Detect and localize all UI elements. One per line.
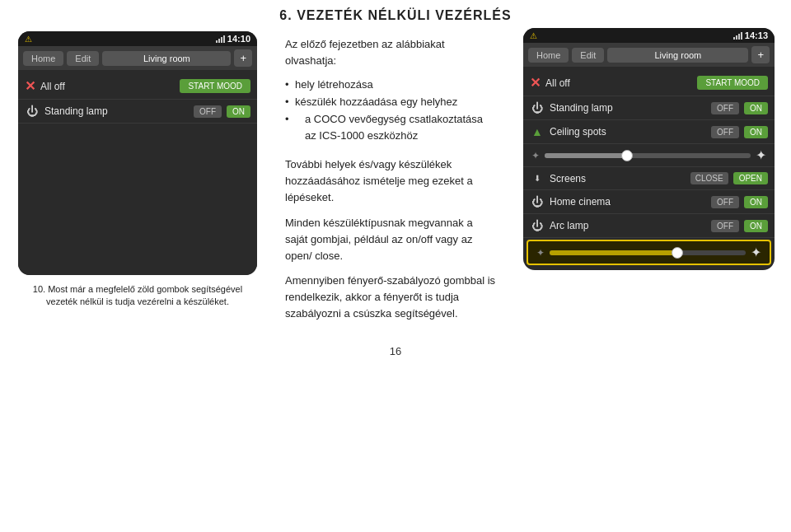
left-all-off-label: All off: [40, 81, 175, 92]
ceiling-slider-icon-left: ✦: [531, 150, 540, 161]
left-standing-lamp-row: ⏻ Standing lamp OFF ON: [18, 100, 257, 124]
left-standing-on-button[interactable]: ON: [227, 105, 250, 118]
left-standing-lamp-icon: ⏻: [25, 105, 40, 118]
right-ceiling-spots-row: ▲ Ceiling spots OFF ON: [523, 120, 775, 144]
right-room-label: Living room: [607, 48, 748, 63]
left-mood-x-icon: ✕: [25, 78, 35, 94]
left-home-button[interactable]: Home: [23, 51, 63, 66]
arc-lamp-icon: ⏻: [530, 219, 545, 232]
left-plus-button[interactable]: +: [234, 49, 252, 67]
right-edit-button[interactable]: Edit: [572, 48, 604, 63]
arc-slider-fill: [550, 250, 677, 255]
ceiling-spots-off-button[interactable]: OFF: [711, 126, 739, 138]
signal-bar-4: [223, 35, 225, 43]
text-panel: Az előző fejezetben az alábbiakat olvash…: [265, 28, 517, 338]
right-nav-bar: Home Edit Living room +: [523, 43, 775, 67]
right-signal-bar-4: [741, 32, 742, 40]
right-signal-bars: [733, 31, 742, 40]
bottom-caption: 10. Most már a megfelelő zöld gombok seg…: [22, 283, 253, 309]
right-standing-lamp-icon: ⏻: [530, 101, 545, 114]
right-device-list: ✕ All off START MOOD ⏻ Standing lamp OFF…: [523, 67, 775, 270]
signal-bar-3: [221, 37, 222, 43]
arc-lamp-off-button[interactable]: OFF: [711, 220, 739, 232]
ceiling-spots-icon: ▲: [530, 125, 545, 138]
home-cinema-on-button[interactable]: ON: [744, 196, 768, 208]
right-mood-x-icon: ✕: [530, 75, 541, 91]
arc-slider-icon-left: ✦: [536, 247, 545, 259]
body-text-2: Minden készüléktípusnak megvannak a sajá…: [285, 215, 497, 264]
right-signal-bar-2: [736, 35, 737, 40]
ceiling-slider-thumb[interactable]: [621, 150, 633, 161]
right-signal-bar-3: [738, 34, 740, 40]
left-standing-off-button[interactable]: OFF: [194, 105, 222, 118]
right-phone-panel: ⚠ 14:13 Home Edit Living room +: [523, 28, 775, 270]
home-cinema-label: Home cinema: [550, 196, 706, 208]
arc-lamp-label: Arc lamp: [550, 220, 706, 231]
screens-label: Screens: [550, 173, 686, 184]
arc-slider-icon-right: ✦: [751, 245, 761, 260]
body-text-3: Amennyiben fényerő-szabályozó gombbal is…: [285, 273, 497, 322]
ceiling-slider-fill: [545, 153, 627, 158]
bullet-list: hely létrehozása készülék hozzáadása egy…: [285, 77, 497, 145]
right-standing-on-button[interactable]: ON: [744, 102, 768, 114]
bullet-item-3: a COCO vevőegység csatlakoztatása az ICS…: [285, 111, 497, 146]
right-plus-button[interactable]: +: [751, 46, 770, 63]
left-all-off-row: ✕ All off START MOOD: [18, 73, 257, 100]
left-edit-button[interactable]: Edit: [67, 51, 99, 66]
left-standing-lamp-label: Standing lamp: [44, 105, 189, 117]
body-text-1: További helyek és/vagy készülékek hozzáa…: [285, 156, 497, 206]
screens-open-button[interactable]: OPEN: [733, 172, 768, 184]
ceiling-slider-row: ✦ ✦: [523, 144, 775, 167]
signal-bar-2: [218, 39, 220, 43]
right-home-button[interactable]: Home: [528, 48, 569, 63]
screens-icon: ⬇: [530, 174, 545, 183]
ceiling-spots-label: Ceiling spots: [550, 126, 706, 138]
right-start-mood-button[interactable]: START MOOD: [697, 76, 768, 90]
arc-slider-row: ✦ ✦: [527, 240, 771, 265]
left-start-mood-button[interactable]: START MOOD: [180, 79, 250, 93]
arc-lamp-on-button[interactable]: ON: [744, 220, 768, 232]
page-title: 6. VEZETÉK NÉLKÜLI VEZÉRLÉS: [279, 0, 511, 28]
left-device-list: ✕ All off START MOOD ⏻ Standing lamp OFF…: [18, 70, 257, 127]
left-section: ⚠ 14:10: [10, 28, 265, 309]
left-phone-panel: ⚠ 14:10: [18, 31, 257, 275]
right-home-cinema-row: ⏻ Home cinema OFF ON: [523, 190, 775, 214]
home-cinema-icon: ⏻: [530, 195, 545, 208]
warning-icon: ⚠: [25, 35, 32, 44]
home-cinema-off-button[interactable]: OFF: [711, 196, 739, 208]
left-time: 14:10: [227, 34, 250, 44]
ceiling-slider-track[interactable]: [545, 153, 751, 158]
right-standing-lamp-row: ⏻ Standing lamp OFF ON: [523, 96, 775, 120]
ceiling-slider-icon-right: ✦: [756, 147, 766, 163]
left-status-bar: ⚠ 14:10: [18, 31, 257, 46]
bullet-item-2: készülék hozzáadása egy helyhez: [285, 94, 497, 111]
signal-bars: [216, 35, 225, 43]
right-arc-lamp-row: ⏻ Arc lamp OFF ON: [523, 214, 775, 238]
right-screens-row: ⬇ Screens CLOSE OPEN: [523, 167, 775, 190]
left-room-label: Living room: [102, 51, 231, 66]
right-status-bar: ⚠ 14:13: [523, 28, 775, 43]
page-number: 16: [390, 338, 401, 357]
left-nav-bar: Home Edit Living room +: [18, 46, 257, 70]
arc-slider-track[interactable]: [550, 250, 746, 255]
right-signal-bar-1: [733, 37, 735, 40]
left-phone-empty: [18, 127, 257, 275]
ceiling-spots-on-button[interactable]: ON: [744, 126, 768, 138]
bullet-item-1: hely létrehozása: [285, 77, 497, 94]
right-all-off-row: ✕ All off START MOOD: [523, 70, 775, 96]
intro-text: Az előző fejezetben az alábbiakat olvash…: [285, 36, 497, 68]
right-warning-icon: ⚠: [530, 31, 537, 40]
right-time: 14:13: [745, 30, 768, 40]
right-all-off-label: All off: [545, 77, 692, 89]
right-standing-lamp-label: Standing lamp: [550, 102, 706, 114]
screens-close-button[interactable]: CLOSE: [690, 172, 728, 184]
arc-slider-thumb[interactable]: [672, 247, 683, 259]
right-standing-off-button[interactable]: OFF: [711, 102, 739, 114]
signal-bar-1: [216, 40, 218, 43]
